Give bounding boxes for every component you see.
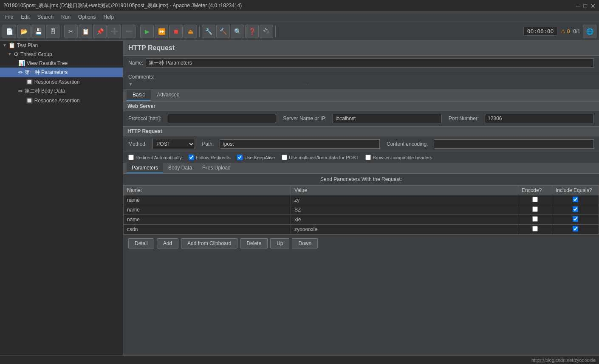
keepalive-checkbox-item[interactable]: Use KeepAlive (237, 155, 275, 160)
multipart-checkbox-item[interactable]: Use multipart/form-data for POST (282, 155, 359, 160)
multipart-label: Use multipart/form-data for POST (289, 155, 359, 160)
table-row: name SZ (124, 205, 599, 215)
sidebar: ▼ 📋 Test Plan ▼ ⚙ Thread Group 📊 View Re… (0, 41, 123, 356)
param-tab-bar: Parameters Body Data Files Upload (123, 163, 599, 174)
arrow-icon (15, 61, 17, 65)
tab-files-upload[interactable]: Files Upload (197, 163, 236, 173)
table-row: csdn zyooooxie (124, 225, 599, 234)
method-label: Method: (128, 141, 147, 147)
col-encode: Encode? (518, 186, 552, 195)
sidebar-item-response-assertion-2[interactable]: 🔲 Response Assertion (0, 96, 123, 105)
add-button[interactable]: Add (157, 238, 178, 248)
toolbar-save-all[interactable]: 🗄 (46, 25, 59, 38)
port-input[interactable] (485, 114, 594, 123)
toolbar-run-no-pause[interactable]: ⏩ (155, 25, 168, 38)
tab-parameters[interactable]: Parameters (127, 163, 163, 173)
include-equals-checkbox[interactable] (573, 216, 578, 222)
sidebar-item-view-results[interactable]: 📊 View Results Tree (0, 59, 123, 68)
toolbar-save[interactable]: 💾 (31, 25, 45, 38)
include-equals-checkbox[interactable] (573, 206, 578, 212)
sidebar-item-response-assertion-1[interactable]: 🔲 Response Assertion (0, 77, 123, 86)
sidebar-item-label: Response Assertion (34, 79, 80, 85)
browser-compat-checkbox-item[interactable]: Browser-compatible headers (365, 155, 432, 160)
method-select[interactable]: POST GET PUT DELETE PATCH (153, 139, 195, 149)
tab-advanced[interactable]: Advanced (151, 90, 185, 101)
col-include-equals: Include Equals? (552, 186, 599, 195)
toolbar-clear-all[interactable]: 🔨 (216, 25, 230, 38)
toolbar-open[interactable]: 📂 (17, 25, 31, 38)
toolbar-paste[interactable]: 📌 (93, 25, 107, 38)
include-equals-checkbox[interactable] (573, 226, 578, 231)
name-input[interactable] (146, 58, 594, 68)
tab-basic[interactable]: Basic (127, 90, 151, 101)
content-encoding-input[interactable] (434, 139, 594, 149)
encode-checkbox[interactable] (532, 216, 538, 222)
follow-redirects-checkbox[interactable] (189, 155, 194, 160)
maximize-button[interactable]: □ (584, 3, 587, 9)
menu-edit[interactable]: Edit (17, 13, 33, 21)
toolbar-globe[interactable]: 🌐 (583, 25, 596, 38)
path-input[interactable] (220, 139, 380, 149)
toolbar-new[interactable]: 📄 (3, 25, 16, 38)
toolbar-collapse[interactable]: ➖ (122, 25, 136, 38)
row-include-equals (552, 205, 599, 215)
table-row: name zy (124, 195, 599, 205)
redirect-auto-checkbox-item[interactable]: Redirect Automatically (128, 155, 182, 160)
close-button[interactable]: ✕ (591, 3, 596, 9)
row-name: name (124, 195, 291, 205)
arrow-icon: ▼ (8, 52, 12, 56)
http-request-row: Method: POST GET PUT DELETE PATCH Path: … (123, 136, 599, 152)
tab-body-data[interactable]: Body Data (163, 163, 197, 173)
sidebar-item-first-parameters[interactable]: ✏ 第一种 Parameters (0, 68, 123, 77)
test-plan-icon: 📋 (8, 42, 15, 48)
include-equals-checkbox[interactable] (573, 197, 578, 202)
menu-options[interactable]: Options (75, 13, 99, 21)
sidebar-item-label: Thread Group (20, 51, 52, 57)
menu-file[interactable]: File (2, 13, 17, 21)
toolbar-shutdown[interactable]: ⏏ (184, 25, 197, 38)
menu-search[interactable]: Search (34, 13, 57, 21)
encode-checkbox[interactable] (532, 226, 538, 231)
http-sampler-icon: ✏ (18, 69, 23, 76)
keepalive-checkbox[interactable] (237, 155, 243, 160)
menu-run[interactable]: Run (58, 13, 74, 21)
toolbar-clear[interactable]: 🔧 (202, 25, 215, 38)
browser-compat-checkbox[interactable] (365, 155, 371, 160)
toolbar-remote[interactable]: 🔌 (260, 25, 273, 38)
http-sampler-2-icon: ✏ (18, 88, 23, 94)
row-name: name (124, 215, 291, 225)
detail-button[interactable]: Detail (128, 238, 154, 248)
arrow-icon (15, 89, 17, 93)
redirect-auto-label: Redirect Automatically (136, 155, 182, 160)
toolbar-copy[interactable]: 📋 (79, 25, 92, 38)
drag-handle: · · · (303, 82, 309, 87)
sidebar-item-thread-group[interactable]: ▼ ⚙ Thread Group (0, 50, 123, 59)
toolbar-run[interactable]: ▶ (140, 25, 154, 38)
delete-button[interactable]: Delete (240, 238, 268, 248)
redirect-auto-checkbox[interactable] (128, 155, 134, 160)
table-row: name xie (124, 215, 599, 225)
toolbar-help[interactable]: ❓ (245, 25, 259, 38)
results-tree-icon: 📊 (18, 60, 25, 66)
multipart-checkbox[interactable] (282, 155, 287, 160)
encode-checkbox[interactable] (532, 197, 538, 202)
menu-help[interactable]: Help (100, 13, 117, 21)
toolbar-stop[interactable]: ⏹ (169, 25, 183, 38)
encode-checkbox[interactable] (532, 206, 538, 212)
row-include-equals (552, 215, 599, 225)
protocol-input[interactable] (167, 114, 276, 123)
up-button[interactable]: Up (270, 238, 289, 248)
down-button[interactable]: Down (292, 238, 318, 248)
comments-toggle[interactable]: ▼ · · · (128, 82, 594, 87)
sidebar-item-second-body[interactable]: ✏ 第二种 Body Data (0, 86, 123, 96)
panel-header: HTTP Request (123, 41, 599, 56)
follow-redirects-checkbox-item[interactable]: Follow Redirects (189, 155, 230, 160)
minimize-button[interactable]: ─ (576, 3, 580, 9)
server-input[interactable] (333, 114, 442, 123)
col-value: Value (291, 186, 518, 195)
toolbar-search[interactable]: 🔍 (231, 25, 244, 38)
toolbar-cut[interactable]: ✂ (64, 25, 78, 38)
toolbar-expand[interactable]: ➕ (107, 25, 121, 38)
add-from-clipboard-button[interactable]: Add from Clipboard (181, 238, 237, 248)
sidebar-item-test-plan[interactable]: ▼ 📋 Test Plan (0, 41, 123, 50)
